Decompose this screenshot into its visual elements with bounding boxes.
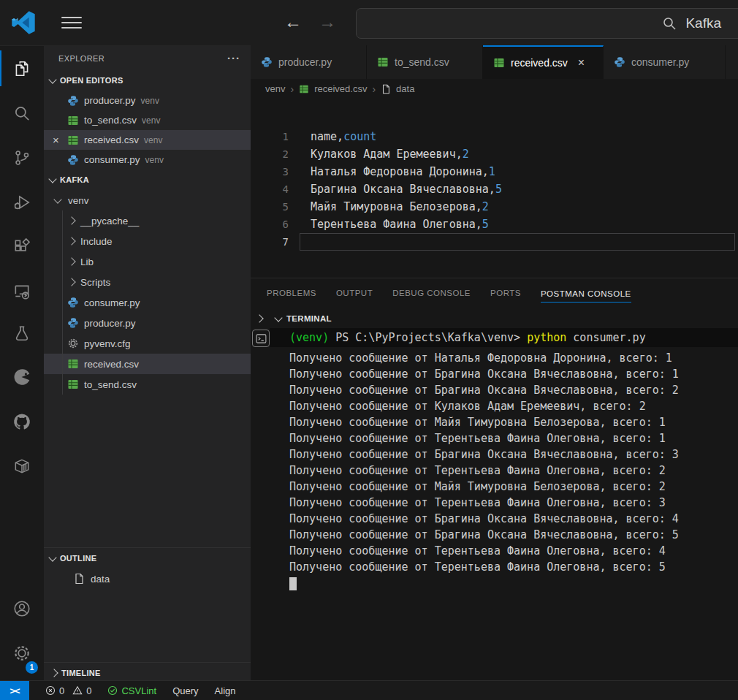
menu-icon[interactable]	[61, 17, 82, 28]
warning-icon	[72, 685, 83, 696]
search-sidebar-icon[interactable]	[0, 91, 44, 135]
tab-received-csv[interactable]: received.csv	[483, 45, 604, 79]
current-line[interactable]: 7	[251, 233, 738, 251]
line-number: 3	[251, 163, 289, 180]
close-icon[interactable]	[578, 56, 585, 69]
breadcrumb: venv received.csv data	[251, 79, 738, 99]
line-number: 6	[251, 216, 289, 233]
file-consumer-py[interactable]: consumer.py	[44, 292, 251, 313]
terminal-output-line: Получено сообщение от Терентьева Фаина О…	[289, 463, 738, 479]
panel-tab-problems[interactable]: PROBLEMS	[267, 289, 316, 299]
forward-arrow-icon[interactable]	[316, 10, 338, 34]
workspace-header[interactable]: KAFKA	[44, 170, 251, 190]
csv-line[interactable]: 3 Наталья Федоровна Доронина,1	[251, 163, 738, 180]
terminal-icon[interactable]	[252, 330, 270, 347]
align-status[interactable]: Align	[215, 685, 236, 696]
csv-line[interactable]: 5 Майя Тимуровна Белозерова,2	[251, 198, 738, 216]
terminal-output-line: Получено сообщение от Брагина Оксана Вяч…	[289, 527, 738, 543]
code-editor[interactable]: 1 name,count 2 Кулаков Адам Еремеевич,2 …	[251, 99, 738, 278]
tab-producer-py[interactable]: producer.py	[251, 45, 367, 79]
breadcrumb-separator	[290, 83, 294, 95]
error-icon	[45, 685, 56, 696]
open-editor-to-send[interactable]: to_send.csv venv	[44, 110, 251, 130]
back-arrow-icon[interactable]	[282, 10, 304, 34]
terminal[interactable]: (venv) PS C:\PyProjects\Kafka\venv> pyth…	[251, 328, 738, 681]
file-to-send-csv[interactable]: to_send.csv	[44, 374, 251, 395]
breadcrumb-file[interactable]: received.csv	[314, 83, 367, 94]
chevron-right-icon	[67, 237, 75, 245]
line-number: 2	[251, 145, 289, 163]
open-editor-consumer[interactable]: consumer.py venv	[44, 150, 251, 170]
chevron-right-icon	[67, 216, 75, 224]
panel-tab-debug-console[interactable]: DEBUG CONSOLE	[392, 289, 471, 299]
folder-venv[interactable]: venv	[44, 190, 251, 210]
chevron-down-icon	[53, 195, 61, 203]
terminal-section-header[interactable]: TERMINAL	[275, 314, 332, 323]
run-debug-icon[interactable]	[0, 180, 44, 224]
tab-consumer-py[interactable]: consumer.py	[604, 45, 726, 79]
explorer-icon[interactable]	[0, 46, 44, 91]
file-received-csv[interactable]: received.csv	[44, 354, 251, 374]
folder-scripts[interactable]: Scripts	[44, 272, 251, 292]
breadcrumb-venv[interactable]: venv	[265, 83, 285, 94]
csvlint-status[interactable]: CSVLint	[107, 685, 156, 696]
python-icon	[67, 154, 79, 166]
explorer-sidebar: EXPLORER OPEN EDITORS producer.py venv t…	[44, 46, 251, 681]
status-bar: 0 0 CSVLint Query Align	[0, 680, 738, 700]
open-editors-header[interactable]: OPEN EDITORS	[44, 70, 251, 91]
outline-item-data[interactable]: data	[44, 568, 251, 589]
containers-icon[interactable]	[0, 444, 44, 488]
warning-count: 0	[86, 685, 91, 696]
search-icon	[662, 16, 677, 31]
breadcrumb-symbol[interactable]: data	[396, 83, 414, 94]
settings-gear-icon[interactable]: 1	[0, 631, 44, 675]
problems-status[interactable]: 0 0	[45, 685, 91, 696]
query-status[interactable]: Query	[172, 685, 198, 696]
csv-line[interactable]: 1 name,count	[251, 128, 738, 145]
csv-icon	[377, 56, 389, 68]
github-icon[interactable]	[0, 399, 44, 444]
terminal-output-line: Получено сообщение от Терентьева Фаина О…	[289, 543, 738, 559]
csv-icon	[493, 57, 505, 69]
remote-explorer-icon[interactable]	[0, 269, 44, 313]
terminal-output-line: Получено сообщение от Майя Тимуровна Бел…	[289, 479, 738, 495]
tab-to-send-csv[interactable]: to_send.csv	[367, 45, 483, 79]
current-line-highlight	[300, 233, 735, 251]
editor-tabs: producer.py to_send.csv received.csv con…	[251, 45, 738, 79]
chevron-down-icon	[48, 553, 56, 561]
csv-line[interactable]: 2 Кулаков Адам Еремеевич,2	[251, 145, 738, 163]
folder-pycache[interactable]: __pycache__	[44, 210, 251, 231]
remote-indicator[interactable]	[0, 681, 29, 700]
python-icon	[614, 56, 625, 68]
panel-tab-ports[interactable]: PORTS	[490, 289, 521, 299]
panel-tabs: PROBLEMS OUTPUT DEBUG CONSOLE PORTS POST…	[251, 278, 738, 309]
line-number: 5	[251, 198, 289, 216]
more-actions-icon[interactable]	[227, 52, 240, 64]
csv-line[interactable]: 4 Брагина Оксана Вячеславовна,5	[251, 180, 738, 198]
editor-group: producer.py to_send.csv received.csv con…	[251, 45, 738, 681]
error-count: 0	[59, 685, 64, 696]
folder-lib[interactable]: Lib	[44, 251, 251, 272]
breadcrumb-separator	[372, 83, 376, 95]
folder-include[interactable]: Include	[44, 231, 251, 251]
file-icon	[381, 84, 391, 94]
extensions-icon[interactable]	[0, 224, 44, 269]
file-pyvenv-cfg[interactable]: pyvenv.cfg	[44, 333, 251, 354]
testing-icon[interactable]	[0, 313, 44, 354]
open-editor-received[interactable]: received.csv venv	[44, 130, 251, 150]
source-control-icon[interactable]	[0, 135, 44, 180]
command-center-search[interactable]: Kafka	[356, 8, 738, 39]
chevron-down-icon	[48, 175, 56, 183]
account-icon[interactable]	[0, 586, 44, 631]
open-editor-producer[interactable]: producer.py venv	[44, 91, 251, 110]
panel-tab-postman-console[interactable]: POSTMAN CONSOLE	[541, 289, 631, 303]
file-producer-py[interactable]: producer.py	[44, 313, 251, 333]
terminal-cursor	[289, 577, 297, 590]
csv-line[interactable]: 6 Терентьева Фаина Олеговна,5	[251, 216, 738, 233]
close-icon[interactable]	[53, 134, 67, 146]
chevron-right-icon	[67, 257, 75, 265]
outline-header[interactable]: OUTLINE	[44, 548, 251, 568]
postman-icon[interactable]	[0, 354, 44, 399]
panel-tab-output[interactable]: OUTPUT	[336, 289, 373, 299]
panel-expand-icon[interactable]	[251, 316, 267, 322]
